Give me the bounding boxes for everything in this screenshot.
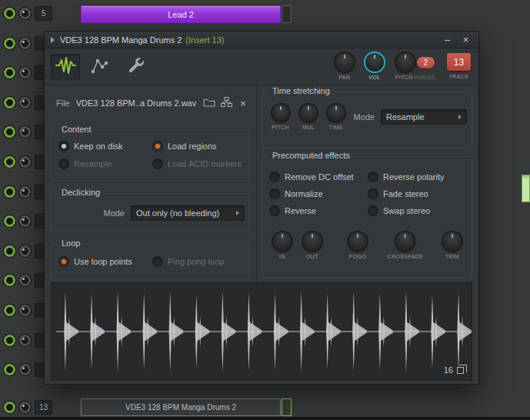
tab-envelope[interactable] (85, 54, 114, 80)
track-led[interactable] (4, 8, 15, 19)
track-number-box[interactable]: 13 (35, 400, 52, 415)
check-reverse-polarity[interactable]: Reverse polarity (368, 172, 444, 182)
track-number-badge[interactable]: 13 (447, 53, 471, 71)
track-button[interactable] (19, 364, 31, 375)
option-label: Reverse polarity (383, 172, 444, 182)
declicking-group: Declicking Mode Out only (no bleeding) (51, 193, 250, 232)
track-led[interactable] (4, 275, 15, 286)
option-label: Remove DC offset (285, 172, 354, 182)
option-resample[interactable]: Resample (59, 159, 112, 168)
out-label: OUT (306, 254, 318, 259)
pogo-label: POGO (349, 254, 367, 259)
option-load-regions[interactable]: Load regions (153, 142, 217, 151)
declick-mode-dropdown[interactable]: Out only (no bleeding) (131, 205, 245, 221)
option-use-loop-points[interactable]: Use loop points (59, 257, 132, 266)
track-led[interactable] (4, 67, 15, 78)
option-load-acid-markers[interactable]: Load ACID markers (153, 159, 242, 168)
track-led[interactable] (4, 335, 15, 346)
pitch-range-value[interactable]: 2 (417, 57, 435, 68)
track-button[interactable] (19, 275, 31, 286)
option-label: Ping pong loop (168, 257, 224, 266)
check-normalize[interactable]: Normalize (270, 189, 323, 198)
track-led[interactable] (4, 245, 15, 257)
track-button[interactable] (19, 126, 31, 138)
track-led[interactable] (4, 126, 15, 138)
track-led[interactable] (4, 38, 15, 49)
volume-knob[interactable] (365, 53, 384, 72)
track-button[interactable] (19, 8, 31, 19)
track-button[interactable] (19, 67, 31, 78)
trim-knob[interactable] (443, 232, 462, 251)
check-icon (270, 172, 279, 182)
pitch-knob[interactable] (396, 53, 415, 72)
option-keep-on-disk[interactable]: Keep on disk (59, 142, 123, 151)
chevron-right-icon (236, 211, 239, 215)
stretch-time-label: TIME (329, 125, 343, 130)
track-number-box[interactable]: 5 (35, 6, 52, 21)
track-button[interactable] (19, 156, 31, 168)
track-row: 5 (4, 6, 52, 20)
clear-sample-button[interactable]: × (235, 96, 252, 110)
in-knob[interactable] (273, 232, 292, 251)
hierarchy-icon (221, 97, 232, 109)
option-label: Use loop points (74, 257, 132, 266)
track-select-group: 13 TRACK (447, 53, 471, 79)
track-button[interactable] (19, 335, 31, 346)
track-button[interactable] (19, 245, 31, 257)
fl-studio-screen: 5 Lead 2 13 VDE3 128 BPM Manga Drums 2 V… (0, 0, 530, 420)
track-button[interactable] (19, 305, 31, 316)
open-file-button[interactable] (201, 96, 218, 110)
window-bottom-edge (0, 417, 530, 420)
track-row: 13 (4, 400, 52, 414)
check-swap-stereo[interactable]: Swap stereo (368, 206, 430, 215)
track-led[interactable] (4, 97, 15, 108)
minimize-button[interactable]: – (441, 32, 454, 48)
pitch-label-text: PITCH (395, 75, 413, 80)
check-fade-stereo[interactable]: Fade stereo (368, 189, 428, 198)
tab-sample-settings[interactable] (51, 54, 80, 80)
pogo-knob[interactable] (348, 232, 367, 251)
file-name-value[interactable]: VDE3 128 BPM..a Drums 2.wav (76, 98, 201, 108)
check-reverse[interactable]: Reverse (270, 206, 316, 215)
clip-stub-selected[interactable] (282, 398, 292, 416)
waveform-icon (55, 57, 76, 77)
track-button[interactable] (19, 186, 31, 198)
pan-label: PAN (338, 75, 350, 80)
stretch-pitch-group: PITCH (272, 105, 289, 130)
check-icon (368, 189, 378, 198)
window-titlebar[interactable]: VDE3 128 BPM Manga Drums 2(Insert 13) – … (45, 32, 478, 48)
stretch-time-knob[interactable] (328, 105, 345, 122)
sample-tree-button[interactable] (218, 96, 235, 110)
track-led[interactable] (4, 305, 15, 316)
stretch-mode-dropdown[interactable]: Resample (381, 109, 467, 125)
envelope-icon (90, 57, 108, 77)
track-led[interactable] (4, 156, 15, 168)
playlist-clip-lead2[interactable]: Lead 2 (81, 5, 281, 23)
stack-icon[interactable] (457, 367, 464, 374)
option-label: Load regions (168, 142, 217, 151)
stretch-mul-knob[interactable] (300, 105, 317, 122)
edge-audio-clip[interactable] (522, 175, 530, 202)
track-button[interactable] (19, 402, 31, 413)
out-knob[interactable] (303, 232, 322, 251)
stretch-pitch-knob[interactable] (272, 105, 289, 122)
track-led[interactable] (4, 364, 15, 375)
track-button[interactable] (19, 38, 31, 49)
track-led[interactable] (4, 186, 15, 198)
track-button[interactable] (19, 97, 31, 108)
option-ping-pong-loop[interactable]: Ping pong loop (153, 257, 224, 266)
track-led[interactable] (4, 402, 15, 413)
track-led[interactable] (4, 215, 15, 227)
window-menu-icon[interactable] (51, 37, 55, 43)
check-remove-dc-offset[interactable]: Remove DC offset (270, 172, 354, 182)
waveform-display[interactable]: 16 (51, 282, 472, 381)
pan-knob[interactable] (335, 53, 354, 72)
tab-misc[interactable] (122, 54, 151, 80)
trim-knob-group: TRIM (443, 232, 462, 259)
radio-icon (59, 159, 68, 168)
crossfade-knob[interactable] (396, 232, 415, 251)
playlist-clip-drums[interactable]: VDE3 128 BPM Manga Drums 2 (81, 398, 281, 416)
track-button[interactable] (19, 215, 31, 227)
close-button[interactable]: × (459, 32, 472, 48)
clip-stub[interactable] (282, 5, 292, 23)
